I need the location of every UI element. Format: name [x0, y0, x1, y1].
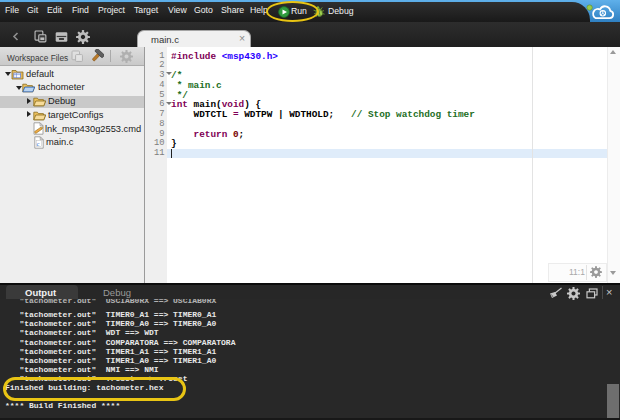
svg-text:c: c — [37, 140, 40, 147]
